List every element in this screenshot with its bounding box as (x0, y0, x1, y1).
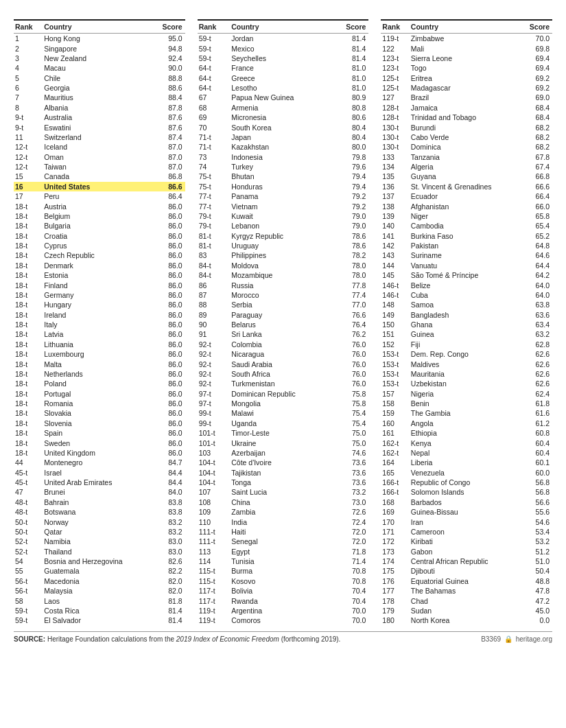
table-row: 99-tUganda75.4 (198, 419, 369, 428)
table-row: 18-tLithuania86.0 (14, 340, 185, 349)
score-cell: 67.8 (521, 152, 552, 162)
score-cell: 83.2 (153, 517, 185, 526)
rank-cell: 79-t (198, 211, 231, 221)
score-cell: 73.6 (332, 468, 368, 478)
rank-cell: 89 (198, 310, 231, 320)
score-cell: 62.6 (521, 379, 552, 388)
rank-cell: 162-t (381, 448, 410, 458)
col3-score-header: Score (521, 20, 552, 34)
column-group-2: Rank Country Score 59-tJordan81.459-tMex… (198, 19, 369, 626)
country-cell: Guinea-Bissau (410, 507, 521, 517)
table-row: 128-tJamaica68.4 (381, 103, 552, 113)
country-cell: Iceland (43, 142, 153, 152)
score-cell: 69.4 (521, 54, 552, 63)
country-cell: Japan (230, 132, 332, 142)
score-cell: 75.0 (332, 438, 368, 447)
table-row: 64-tLesotho81.0 (198, 83, 369, 93)
column-group-3: Rank Country Score 119-tZimbabwe70.0122M… (381, 19, 552, 626)
country-cell: Malta (43, 359, 153, 368)
table-row: 130-tBurundi68.2 (381, 122, 552, 132)
country-cell: Eritrea (410, 73, 521, 83)
country-cell: Estonia (43, 270, 153, 280)
country-cell: Tonga (230, 478, 332, 487)
score-cell: 87.4 (153, 132, 185, 142)
table-row: 77-tVietnam79.2 (198, 201, 369, 211)
rank-cell: 152 (381, 340, 410, 349)
score-cell: 69.8 (521, 43, 552, 53)
rank-cell: 83 (198, 250, 231, 260)
table-row: 160Angola61.2 (381, 419, 552, 428)
score-cell: 87.8 (153, 103, 185, 113)
rank-cell: 92-t (198, 379, 231, 388)
country-cell: Poland (43, 379, 153, 388)
country-cell: India (230, 517, 332, 526)
rank-cell: 109 (198, 507, 231, 517)
country-cell: Angola (410, 419, 521, 428)
score-cell: 61.6 (521, 408, 552, 418)
country-cell: Lesotho (230, 83, 332, 93)
country-cell: Hungary (43, 300, 153, 309)
score-cell: 86.0 (153, 408, 185, 418)
score-cell: 84.4 (153, 478, 185, 487)
score-cell: 75.8 (332, 389, 368, 399)
score-cell: 75.4 (332, 419, 368, 428)
table-row: 9-tAustralia87.6 (14, 113, 185, 122)
rank-cell: 18-t (14, 201, 43, 211)
score-cell: 86.0 (153, 250, 185, 260)
country-cell: St. Vincent & Grenadines (410, 182, 521, 191)
table-row: 176Equatorial Guinea48.8 (381, 576, 552, 586)
score-cell: 76.4 (332, 320, 368, 329)
rank-cell: 56-t (14, 576, 43, 586)
rank-cell: 54 (14, 556, 43, 566)
rank-cell: 162-t (381, 438, 410, 447)
score-cell: 45.0 (521, 606, 552, 615)
table-row: 83Philippines78.2 (198, 250, 369, 260)
score-cell: 81.0 (332, 73, 368, 83)
rank-cell: 137 (381, 191, 410, 201)
table-row: 161Ethiopia60.8 (381, 428, 552, 438)
table-row: 12-tTaiwan87.0 (14, 162, 185, 172)
table-row: 18-tSlovakia86.0 (14, 408, 185, 418)
table-row: 18-tHungary86.0 (14, 300, 185, 309)
rank-cell: 141 (381, 231, 410, 241)
table-row: 108China73.0 (198, 497, 369, 507)
country-cell: Argentina (230, 606, 332, 615)
country-cell: Algeria (410, 162, 521, 172)
score-cell: 63.6 (521, 310, 552, 320)
score-cell: 60.8 (521, 428, 552, 438)
country-cell: Russia (230, 280, 332, 290)
score-cell: 48.8 (521, 576, 552, 586)
table-row: 71-tJapan80.4 (198, 132, 369, 142)
table-row: 18-tDenmark86.0 (14, 261, 185, 270)
country-cell: Moldova (230, 261, 332, 270)
country-cell: Belarus (230, 320, 332, 329)
footer: SOURCE: Heritage Foundation calculations… (14, 631, 552, 643)
table-row: 169Guinea-Bissau55.6 (381, 507, 552, 517)
score-cell: 56.8 (521, 487, 552, 497)
rank-cell: 104-t (198, 458, 231, 467)
table-row: 99-tMalawi75.4 (198, 408, 369, 418)
rank-cell: 18-t (14, 270, 43, 280)
score-cell: 95.0 (153, 34, 185, 44)
score-cell: 80.6 (332, 113, 368, 122)
rank-cell: 158 (381, 399, 410, 408)
table-row: 92-tColombia76.0 (198, 340, 369, 349)
rank-cell: 48-t (14, 507, 43, 517)
rank-cell: 77-t (198, 191, 231, 201)
table-row: 84-tMoldova78.0 (198, 261, 369, 270)
table-row: 45-tIsrael84.4 (14, 468, 185, 478)
table-row: 166-tRepublic of Congo56.8 (381, 478, 552, 487)
country-cell: Canada (43, 172, 153, 181)
table-row: 18-tMalta86.0 (14, 359, 185, 368)
score-cell: 69.0 (521, 93, 552, 102)
rank-cell: 107 (198, 487, 231, 497)
table-row: 90Belarus76.4 (198, 320, 369, 329)
score-cell: 56.8 (521, 478, 552, 487)
score-cell: 83.8 (153, 507, 185, 517)
country-cell: Australia (43, 113, 153, 122)
country-cell: Sierra Leone (410, 54, 521, 63)
col3-country-header: Country (410, 20, 521, 34)
score-cell: 73.6 (332, 458, 368, 467)
country-cell: Austria (43, 201, 153, 211)
rank-cell: 99-t (198, 408, 231, 418)
